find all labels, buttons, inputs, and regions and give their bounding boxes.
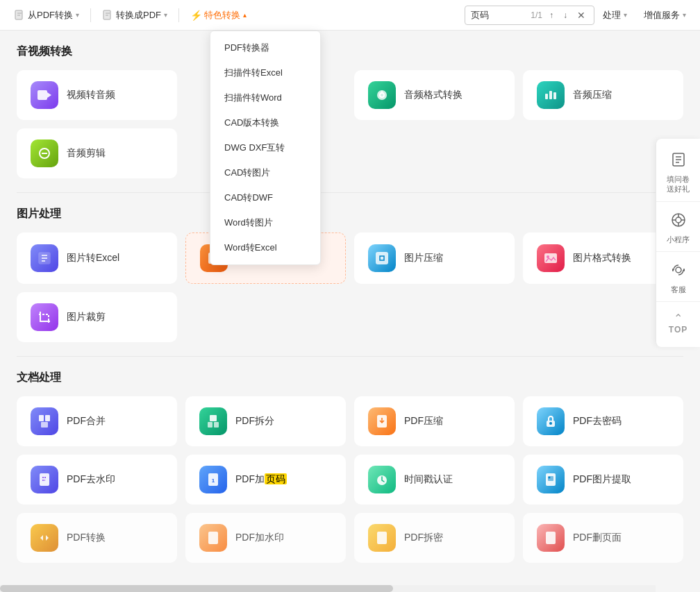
main-content: 音视频转换 视频转音频 音频格式转换 xyxy=(0,31,700,592)
chevron-down-icon: ▾ xyxy=(683,11,686,19)
image-processing-title: 图片处理 xyxy=(17,207,683,221)
tool-pdf-compress[interactable]: PDF压缩 xyxy=(354,396,515,446)
audio-edit-grid: 音频剪辑 xyxy=(17,128,683,178)
toolbar-from-pdf[interactable]: 从PDF转换 ▾ xyxy=(6,5,88,26)
toolbar-process[interactable]: 处理 ▾ xyxy=(594,5,635,26)
image-excel-label: 图片转Excel xyxy=(67,252,119,264)
image-crop-label: 图片裁剪 xyxy=(67,311,106,323)
prev-btn[interactable]: ↑ xyxy=(547,9,556,22)
svg-rect-33 xyxy=(208,532,218,544)
dropdown-cad-image[interactable]: CAD转图片 xyxy=(210,160,320,185)
svg-point-25 xyxy=(549,422,552,425)
divider xyxy=(178,8,179,22)
video-audio-label: 视频转音频 xyxy=(67,89,115,101)
tool-audio-format[interactable]: 音频格式转换 xyxy=(354,70,515,120)
svg-rect-45 xyxy=(683,269,685,271)
chevron-up-icon: ▴ xyxy=(243,11,247,19)
pdf-page-icon: 1 xyxy=(199,466,227,493)
dropdown-cad-version[interactable]: CAD版本转换 xyxy=(210,110,320,135)
survey-label: 填问卷送好礼 xyxy=(667,174,690,194)
support-icon xyxy=(670,262,687,282)
tool-timestamp[interactable]: 时间戳认证 xyxy=(354,455,515,505)
tool-pdf-split[interactable]: PDF拆分 xyxy=(185,396,346,446)
tool-pdf-image[interactable]: PDF图片提取 xyxy=(523,455,683,505)
tool-pdf-page[interactable]: 1 PDF加页码 xyxy=(185,455,346,505)
tool-video-audio[interactable]: 视频转音频 xyxy=(17,70,177,120)
dropdown-pdf-converter[interactable]: PDF转换器 xyxy=(210,35,320,60)
video-audio-icon xyxy=(31,81,58,109)
svg-rect-16 xyxy=(39,415,44,421)
separator2 xyxy=(17,356,683,357)
tool-pdf-merge[interactable]: PDF合并 xyxy=(17,396,177,446)
audio-video-title: 音视频转换 xyxy=(17,44,683,59)
pdf-convert2-label: PDF转换 xyxy=(67,532,106,544)
support-label: 客服 xyxy=(671,285,686,294)
from-pdf-icon xyxy=(14,10,25,21)
svg-rect-17 xyxy=(45,415,50,421)
svg-rect-8 xyxy=(553,92,556,99)
chevron-down-icon: ▾ xyxy=(164,11,167,19)
dropdown-word-excel[interactable]: Word转Excel xyxy=(210,235,320,260)
pdf-decrypt-icon xyxy=(537,407,565,435)
audio-format-label: 音频格式转换 xyxy=(404,89,462,101)
scrollbar[interactable] xyxy=(0,585,656,592)
tool-audio-edit[interactable]: 音频剪辑 xyxy=(17,128,177,178)
tool-pdf-add-watermark[interactable]: PDF加水印 xyxy=(185,513,346,563)
svg-rect-18 xyxy=(41,422,48,428)
image-compress-icon xyxy=(368,244,396,272)
timestamp-icon xyxy=(368,466,396,493)
survey-widget[interactable]: 填问卷送好礼 xyxy=(656,144,700,202)
support-widget[interactable]: 客服 xyxy=(656,255,700,302)
dropdown-dwg-dxf[interactable]: DWG DXF互转 xyxy=(210,135,320,160)
pdf-split-icon xyxy=(199,407,227,435)
page-count: 1/1 xyxy=(531,10,542,20)
scrollbar-thumb[interactable] xyxy=(0,585,393,592)
tool-image-crop[interactable]: 图片裁剪 xyxy=(17,292,177,342)
top-button[interactable]: ⌃ TOP xyxy=(656,305,700,341)
dropdown-scan-excel[interactable]: 扫描件转Excel xyxy=(210,60,320,85)
tool-pdf-crack[interactable]: PDF拆密 xyxy=(354,513,515,563)
toolbar-vip[interactable]: 增值服务 ▾ xyxy=(635,5,694,26)
pdf-convert2-icon xyxy=(31,524,58,552)
svg-rect-19 xyxy=(210,415,217,421)
dropdown-scan-word[interactable]: 扫描件转Word xyxy=(210,85,320,110)
tool-pdf-decrypt[interactable]: PDF去密码 xyxy=(523,396,683,446)
chevron-down-icon: ▾ xyxy=(624,11,627,19)
svg-rect-35 xyxy=(546,532,556,544)
miniapp-widget[interactable]: 小程序 xyxy=(656,205,700,252)
right-sidebar: 填问卷送好礼 小程序 客服 ⌃ xyxy=(656,139,700,347)
pdf-image-icon xyxy=(537,466,565,493)
close-btn[interactable]: ✕ xyxy=(574,8,588,22)
to-pdf-icon xyxy=(102,10,113,21)
svg-rect-26 xyxy=(40,473,49,486)
svg-rect-7 xyxy=(549,91,552,99)
pdf-watermark-label: PDF去水印 xyxy=(67,473,115,486)
tool-pdf-convert2[interactable]: PDF转换 xyxy=(17,513,177,563)
image-crop-icon xyxy=(31,303,58,331)
tool-image-compress[interactable]: 图片压缩 xyxy=(354,232,515,284)
pdf-delete-icon xyxy=(537,524,565,552)
doc-processing-title: 文档处理 xyxy=(17,371,683,385)
tool-image-excel[interactable]: 图片转Excel xyxy=(17,232,177,284)
toolbar-special[interactable]: ⚡ 特色转换 ▴ xyxy=(182,5,255,26)
timestamp-label: 时间戳认证 xyxy=(404,473,453,486)
pdf-add-watermark-icon xyxy=(199,524,227,552)
toolbar-to-pdf[interactable]: 转换成PDF ▾ xyxy=(94,5,176,26)
image-format-label: 图片格式转换 xyxy=(573,252,631,264)
tool-pdf-watermark[interactable]: PDF去水印 xyxy=(17,455,177,505)
miniapp-label: 小程序 xyxy=(667,235,690,244)
dropdown-word-image[interactable]: Word转图片 xyxy=(210,210,320,235)
pdf-page-label: PDF加页码 xyxy=(235,473,287,486)
tool-audio-compress[interactable]: 音频压缩 xyxy=(523,70,683,120)
search-input[interactable] xyxy=(471,10,526,20)
svg-text:1: 1 xyxy=(212,477,215,484)
svg-rect-6 xyxy=(545,94,548,99)
image-crop-grid: 图片裁剪 xyxy=(17,292,683,342)
audio-edit-label: 音频剪辑 xyxy=(67,147,106,160)
svg-point-43 xyxy=(676,267,681,273)
tool-pdf-delete[interactable]: PDF删页面 xyxy=(523,513,683,563)
image-grid: 图片转Excel 图片压缩 xyxy=(17,232,683,284)
next-btn[interactable]: ↓ xyxy=(560,9,570,22)
pdf-merge-icon xyxy=(31,407,58,435)
dropdown-cad-dwf[interactable]: CAD转DWF xyxy=(210,185,320,210)
